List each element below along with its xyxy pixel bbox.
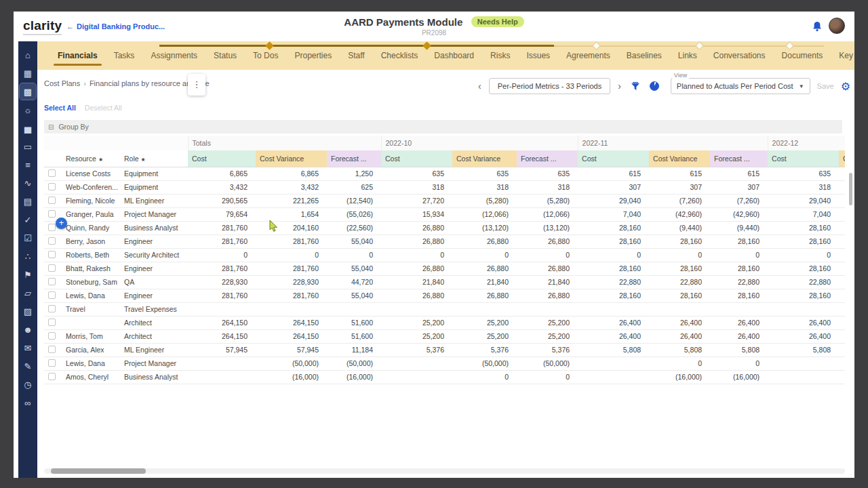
value-cell[interactable]: 26,880 [381,221,452,235]
metric-column-header-cv[interactable]: Cost Variance [452,150,517,167]
value-cell[interactable] [452,302,517,316]
metric-column-header-cost[interactable]: Cost [768,150,839,167]
row-checkbox[interactable] [48,346,56,353]
value-cell[interactable]: (16,000) [327,370,381,384]
value-cell[interactable]: 281,760 [256,289,327,302]
value-cell[interactable]: (9,440) [649,221,710,235]
value-cell[interactable]: 264,150 [188,329,256,343]
value-cell[interactable]: 26,400 [578,316,649,329]
tab-documents[interactable]: Documents [774,43,831,68]
value-cell[interactable]: 28,160 [649,262,710,275]
value-cell[interactable]: 228,930 [256,275,327,289]
sidebar-item-roadmap[interactable]: ⚑ [20,266,36,283]
value-cell[interactable]: (12,540) [327,194,381,207]
value-cell[interactable]: 28,160 [768,262,839,275]
value-cell[interactable]: 7,040 [768,207,839,221]
value-cell[interactable]: (5,280) [517,194,578,207]
tab-links[interactable]: Links [670,43,705,68]
value-cell[interactable] [188,370,256,384]
resource-cell[interactable]: Amos, Cheryl [62,370,120,384]
value-cell[interactable] [768,357,839,370]
back-link[interactable]: ←Digital Banking Produc... [66,22,165,30]
value-cell[interactable]: 28,160 [710,289,768,302]
row-checkbox[interactable] [48,319,56,326]
sidebar-item-projects[interactable]: ▩ [20,83,36,100]
resource-cell[interactable]: Travel [62,302,120,316]
value-cell[interactable] [710,302,768,316]
value-cell[interactable]: 25,200 [517,316,578,329]
metric-column-header-cv[interactable]: Cost Variance [256,150,327,167]
value-cell[interactable]: 5,808 [768,343,839,357]
sidebar-item-metrics[interactable]: ▅ [20,120,36,136]
value-cell[interactable]: 0 [710,248,768,262]
value-cell[interactable]: 22,880 [710,275,768,289]
value-cell[interactable]: 5,376 [517,343,578,357]
period-metrics-selector[interactable]: Per-Period Metrics - 33 Periods [489,78,610,94]
add-row-button[interactable]: + [56,218,67,229]
role-cell[interactable]: Engineer [120,289,188,302]
value-cell[interactable]: 221,265 [256,194,327,207]
row-checkbox[interactable] [48,305,56,312]
value-cell[interactable]: 28,160 [578,221,649,235]
value-cell[interactable]: 51,600 [327,316,381,329]
value-cell[interactable]: 57,945 [188,343,256,357]
row-checkbox[interactable] [48,224,56,231]
resource-cell[interactable]: Bhatt, Rakesh [62,262,120,275]
value-cell[interactable]: 307 [578,180,649,194]
value-cell[interactable]: 26,880 [517,289,578,302]
value-cell[interactable]: 0 [710,357,768,370]
value-cell[interactable]: (13,120) [452,221,517,235]
value-cell[interactable]: 28,160 [578,289,649,302]
value-cell[interactable]: 318 [768,180,839,194]
value-cell[interactable]: 28,160 [649,235,710,248]
value-cell[interactable] [649,302,710,316]
value-cell[interactable]: 264,150 [188,316,256,329]
value-cell[interactable]: (12,066) [517,207,578,221]
role-cell[interactable]: Travel Expenses [120,302,188,316]
tab-tasks[interactable]: Tasks [106,43,143,68]
role-cell[interactable]: Engineer [120,235,188,248]
value-cell[interactable]: (16,000) [710,370,768,384]
value-cell[interactable]: (13,120) [517,221,578,235]
settings-gear-icon[interactable]: ⚙ [841,80,850,93]
value-cell[interactable]: 21,840 [452,275,517,289]
vertical-scrollbar-thumb[interactable] [849,173,852,205]
row-checkbox[interactable] [48,210,56,218]
value-cell[interactable]: 28,160 [768,289,839,302]
value-cell[interactable]: (50,000) [327,357,381,370]
value-cell[interactable]: 26,880 [517,235,578,248]
value-cell[interactable]: 0 [256,248,327,262]
value-cell[interactable]: 0 [381,248,452,262]
value-cell[interactable]: 26,400 [649,329,710,343]
value-cell[interactable]: (22,560) [327,221,381,235]
metric-column-header-cost[interactable]: Cost [381,150,452,167]
resource-cell[interactable]: Web-Conferen... [62,180,120,194]
value-cell[interactable]: 28,160 [578,235,649,248]
role-cell[interactable]: Business Analyst [120,221,188,235]
value-cell[interactable]: 615 [578,167,649,180]
value-cell[interactable]: (16,000) [649,370,710,384]
value-cell[interactable]: 1,250 [327,167,381,180]
value-cell[interactable] [188,302,256,316]
tab-assignments[interactable]: Assignments [142,43,205,68]
value-cell[interactable]: 28,160 [649,289,710,302]
deselect-all-button[interactable]: Deselect All [85,104,122,112]
tab-staff[interactable]: Staff [340,43,372,68]
value-cell[interactable]: 26,400 [768,329,839,343]
value-cell[interactable]: (16,000) [256,370,327,384]
sidebar-item-tasks[interactable]: ☑ [20,230,36,246]
row-checkbox[interactable] [48,278,56,285]
value-cell[interactable]: 6,865 [256,167,327,180]
value-cell[interactable]: 264,150 [256,329,327,343]
value-cell[interactable]: (42,960) [649,207,710,221]
value-cell[interactable]: 26,400 [710,329,768,343]
value-cell[interactable]: 22,880 [578,275,649,289]
value-cell[interactable]: 26,400 [710,316,768,329]
tab-properties[interactable]: Properties [286,43,340,68]
resource-cell[interactable]: Berry, Jason [62,235,120,248]
tab-financials[interactable]: Financials [50,43,106,68]
resource-cell[interactable]: Garcia, Alex [62,343,120,357]
value-cell[interactable]: 318 [381,180,452,194]
value-cell[interactable]: 26,880 [452,289,517,302]
row-checkbox[interactable] [48,197,56,204]
